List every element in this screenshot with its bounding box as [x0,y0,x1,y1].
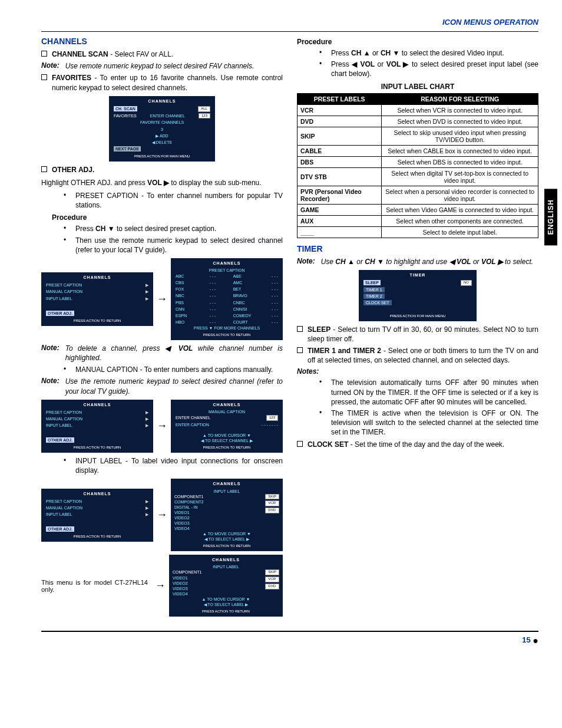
table-row: Select when DVD is connected to video in… [382,116,538,127]
note-text: To delete a channel, press ◀ VOL while c… [65,344,283,363]
table-row: Select when other components are connect… [382,215,538,226]
bullet-icon: • [64,191,70,210]
language-tab: ENGLISH [544,189,557,245]
arrow-right-icon: → [157,293,167,305]
osd-timer: TIMER SLEEPNO TIMER 1 TIMER 2 CLOCK SET … [359,270,477,321]
checkbox-icon [297,441,303,447]
table-row: Select when CABLE box is connected to vi… [382,145,538,156]
table-row: PVR (Personal Video Recorder) [297,186,382,204]
model-note: This menu is for model CT-27HL14 only. [41,579,151,593]
proc-step: Press CH ▼ to select desired preset capt… [75,224,283,233]
note-text: Use remote numeric keypad to select desi… [65,61,283,71]
osd-input-label: CHANNELS INPUT LABEL COMPONENT1COMPONENT… [171,479,283,551]
osd-other-adj: CHANNELS PRESET CAPTION▶ MANUAL CAPTION▶… [41,272,153,325]
header-title: ICON MENUS OPERATION [41,18,538,27]
favorites-text: FAVORITES - To enter up to 16 favorite c… [52,73,283,92]
table-row: Select to delete input label. [382,226,538,238]
manual-caption-bullet: MANUAL CAPTION - To enter numbers and ca… [75,365,283,374]
bullet-icon: • [64,365,70,374]
table-row: DTV STB [297,167,382,186]
proc-step: Then use the remote numeric keypad to se… [75,236,283,255]
table-row: CABLE [297,145,382,156]
note-text: Use the remote numeric keypad to select … [65,377,283,396]
osd-input-label-alt: CHANNELS INPUT LABEL COMPONENT1VIDEO1VID… [169,555,283,617]
bullet-icon: • [64,236,70,255]
table-row: ____ [297,226,382,238]
table-row: GAME [297,204,382,215]
proc-step: Press ◀ VOL or VOL ▶ to select desired p… [331,60,538,78]
dot-icon: ● [533,635,538,645]
timer-note: The TIMER is active when the television … [331,409,538,437]
timer-note: The television automatically turns OFF a… [331,378,538,407]
osd-other-adj: CHANNELS PRESET CAPTION▶ MANUAL CAPTION▶… [41,489,153,542]
table-row: VCR [297,104,382,116]
right-column: Procedure •Press CH ▲ or CH ▼ to select … [297,34,538,620]
th-reason: REASON FOR SELECTING [382,93,538,104]
checkbox-icon [297,326,303,332]
table-row: Select when digital TV set-top-box is co… [382,167,538,186]
other-adj-text: Highlight OTHER ADJ. and press VOL ▶ to … [41,178,283,187]
input-label-chart: PRESET LABELS REASON FOR SELECTING VCRSe… [297,93,538,238]
channel-scan-text: CHANNEL SCAN - Select FAV or ALL. [52,50,283,59]
table-row: Select when VCR is connected to video in… [382,104,538,116]
table-row: AUX [297,215,382,226]
left-column: CHANNELS CHANNEL SCAN - Select FAV or AL… [41,34,283,620]
page-footer: 15 ● [41,631,538,646]
osd-preset-caption: CHANNELS PRESET CAPTION ABC- - -A&E- - -… [171,258,283,340]
input-label-bullet: INPUT LABEL - To label video input conne… [75,456,283,475]
checkbox-icon [41,74,47,80]
osd-other-adj: CHANNELS PRESET CAPTION▶ MANUAL CAPTION▶… [41,400,153,453]
checkbox-icon [41,166,47,172]
note-label: Note: [41,61,59,71]
arrow-right-icon: → [155,579,166,592]
osd-manual-caption: CHANNELS MANUAL CAPTION ENTER CHANNEL123… [171,400,283,453]
note-label: Note: [41,344,59,363]
table-row: DBS [297,156,382,167]
bullet-icon: • [319,48,325,58]
table-row: DVD [297,116,382,127]
th-preset: PRESET LABELS [297,93,382,104]
bullet-icon: • [319,409,325,437]
note-label: Note: [297,257,315,266]
timer-heading: TIMER [297,244,538,253]
procedure-heading: Procedure [52,213,283,222]
proc-step: Press CH ▲ or CH ▼ to select the desired… [331,48,538,58]
arrow-right-icon: → [157,420,167,432]
preset-caption-bullet: PRESET CAPTION - To enter channel number… [75,191,283,210]
bullet-icon: • [319,60,325,78]
bullet-icon: • [64,456,70,475]
timers-text: TIMER 1 and TIMER 2 - Select one or both… [308,346,538,365]
checkbox-icon [297,347,303,353]
bullet-icon: • [64,224,70,233]
channels-heading: CHANNELS [41,37,283,46]
clock-text: CLOCK SET - Set the time of the day and … [308,440,538,449]
notes-label: Notes: [297,367,538,375]
other-adj-label: OTHER ADJ. [52,165,283,174]
checkbox-icon [41,51,47,57]
arrow-right-icon: → [157,509,167,521]
note-text: Use CH ▲ or CH ▼ to highlight and use ◀ … [321,257,538,266]
sleep-text: SLEEP - Select to turn TV off in 30, 60,… [308,325,538,344]
bullet-icon: • [319,378,325,407]
table-row: Select when DBS is connected to video in… [382,156,538,167]
table-row: Select when Video GAME is connected to v… [382,204,538,215]
page-number: 15 [522,635,530,644]
chart-title: INPUT LABEL CHART [297,83,538,91]
procedure-heading: Procedure [297,38,538,46]
table-row: Select to skip unused video input when p… [382,127,538,145]
table-row: Select when a personal video recorder is… [382,186,538,204]
osd-channels-favorites: CHANNELS CH. SCANALL FAVORITESENTER CHAN… [109,96,215,162]
header-rule [41,31,538,32]
note-label: Note: [41,377,59,396]
table-row: SKIP [297,127,382,145]
